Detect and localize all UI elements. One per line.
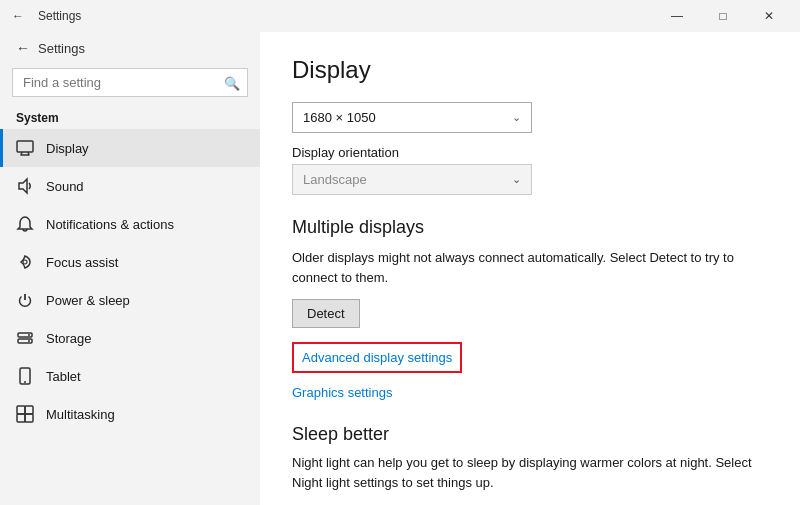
sidebar-notifications-label: Notifications & actions (46, 217, 174, 232)
power-icon (16, 291, 34, 309)
orientation-dropdown: Landscape ⌄ (292, 164, 532, 195)
sidebar: ← Settings 🔍 System Display (0, 32, 260, 505)
titlebar-left: ← Settings (8, 6, 81, 26)
multitasking-icon (16, 405, 34, 423)
sleep-heading: Sleep better (292, 424, 768, 445)
sidebar-back-label: Settings (38, 41, 85, 56)
search-input[interactable] (12, 68, 248, 97)
sidebar-item-focus[interactable]: Focus assist (0, 243, 260, 281)
sidebar-item-tablet[interactable]: Tablet (0, 357, 260, 395)
storage-icon (16, 329, 34, 347)
sidebar-item-power[interactable]: Power & sleep (0, 281, 260, 319)
titlebar-title: Settings (38, 9, 81, 23)
sidebar-back-button[interactable]: ← Settings (0, 32, 260, 64)
sidebar-section-label: System (0, 105, 260, 129)
sleep-desc: Night light can help you get to sleep by… (292, 453, 768, 492)
main-container: ← Settings 🔍 System Display (0, 32, 800, 505)
page-title: Display (292, 56, 768, 84)
svg-rect-14 (17, 414, 25, 422)
sidebar-item-storage[interactable]: Storage (0, 319, 260, 357)
svg-rect-13 (25, 406, 33, 414)
sidebar-sound-label: Sound (46, 179, 84, 194)
tablet-icon (16, 367, 34, 385)
resolution-dropdown-arrow: ⌄ (512, 111, 521, 124)
sidebar-power-label: Power & sleep (46, 293, 130, 308)
sidebar-item-notifications[interactable]: Notifications & actions (0, 205, 260, 243)
multiple-displays-desc: Older displays might not always connect … (292, 248, 768, 287)
svg-point-5 (23, 260, 27, 264)
titlebar-right: — □ ✕ (654, 0, 792, 32)
orientation-dropdown-arrow: ⌄ (512, 173, 521, 186)
sidebar-tablet-label: Tablet (46, 369, 81, 384)
sidebar-search-container: 🔍 (12, 68, 248, 97)
svg-point-11 (24, 381, 26, 383)
sidebar-focus-label: Focus assist (46, 255, 118, 270)
minimize-button[interactable]: — (654, 0, 700, 32)
search-icon: 🔍 (224, 75, 240, 90)
sidebar-item-sound[interactable]: Sound (0, 167, 260, 205)
svg-marker-4 (19, 179, 27, 193)
titlebar: ← Settings — □ ✕ (0, 0, 800, 32)
sidebar-item-display[interactable]: Display (0, 129, 260, 167)
svg-rect-0 (17, 141, 33, 152)
sidebar-display-label: Display (46, 141, 89, 156)
close-button[interactable]: ✕ (746, 0, 792, 32)
sidebar-item-multitasking[interactable]: Multitasking (0, 395, 260, 433)
focus-icon (16, 253, 34, 271)
svg-rect-15 (25, 414, 33, 422)
resolution-dropdown-container: 1680 × 1050 ⌄ (292, 102, 768, 133)
orientation-label: Display orientation (292, 145, 768, 160)
svg-point-8 (28, 334, 30, 336)
back-icon[interactable]: ← (8, 6, 28, 26)
display-icon (16, 139, 34, 157)
detect-button[interactable]: Detect (292, 299, 360, 328)
maximize-button[interactable]: □ (700, 0, 746, 32)
svg-point-9 (28, 340, 30, 342)
resolution-dropdown[interactable]: 1680 × 1050 ⌄ (292, 102, 532, 133)
resolution-value: 1680 × 1050 (303, 110, 376, 125)
notifications-icon (16, 215, 34, 233)
multiple-displays-heading: Multiple displays (292, 217, 768, 238)
orientation-value: Landscape (303, 172, 367, 187)
back-arrow-icon: ← (16, 40, 30, 56)
sound-icon (16, 177, 34, 195)
advanced-display-settings-link[interactable]: Advanced display settings (292, 342, 462, 373)
sidebar-multitasking-label: Multitasking (46, 407, 115, 422)
svg-rect-12 (17, 406, 25, 414)
content-area: Display 1680 × 1050 ⌄ Display orientatio… (260, 32, 800, 505)
sidebar-storage-label: Storage (46, 331, 92, 346)
graphics-settings-link[interactable]: Graphics settings (292, 385, 392, 400)
